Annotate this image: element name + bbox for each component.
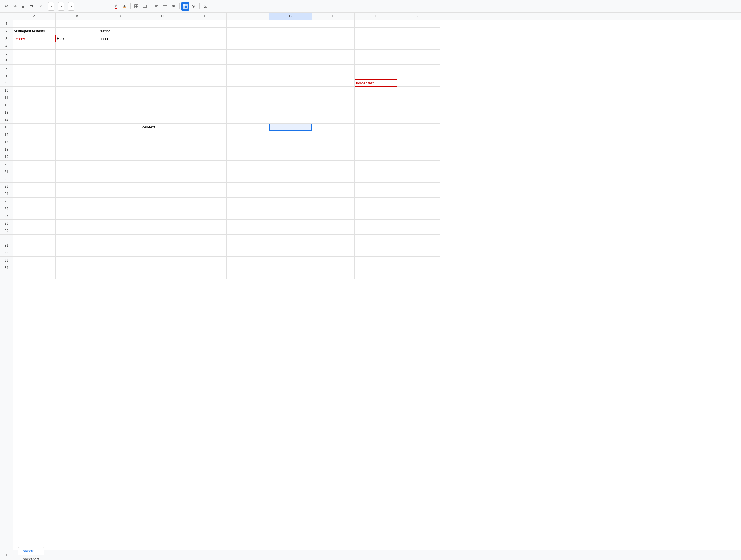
cell-11-E[interactable] [184, 94, 226, 101]
cell-15-D[interactable]: cell-text [141, 124, 184, 131]
cell-10-G[interactable] [269, 87, 312, 94]
cell-1-J[interactable] [397, 20, 440, 27]
row-num-14[interactable]: 14 [0, 116, 13, 124]
cell-20-E[interactable] [184, 161, 226, 168]
cell-6-E[interactable] [184, 57, 226, 65]
cell-31-B[interactable] [56, 242, 98, 249]
cell-35-F[interactable] [226, 271, 269, 279]
cell-5-F[interactable] [226, 50, 269, 57]
cell-14-I[interactable] [354, 116, 397, 124]
row-num-16[interactable]: 16 [0, 131, 13, 139]
cell-31-G[interactable] [269, 242, 312, 249]
sheet-tab-sheet2[interactable]: sheet2 [18, 547, 44, 555]
cell-21-C[interactable] [98, 168, 141, 175]
cell-1-B[interactable] [56, 20, 98, 27]
cell-4-I[interactable] [354, 43, 397, 50]
cell-33-D[interactable] [141, 257, 184, 264]
cell-13-A[interactable] [13, 109, 56, 116]
cell-6-D[interactable] [141, 57, 184, 65]
cell-22-H[interactable] [312, 175, 354, 183]
row-num-1[interactable]: 1 [0, 20, 13, 27]
bold-button[interactable] [78, 2, 86, 10]
cell-2-G[interactable] [269, 27, 312, 35]
cell-9-I[interactable]: border test [354, 79, 397, 87]
cell-20-H[interactable] [312, 161, 354, 168]
cell-5-C[interactable] [98, 50, 141, 57]
cell-3-E[interactable] [184, 35, 226, 43]
cell-15-I[interactable] [354, 124, 397, 131]
cell-19-F[interactable] [226, 153, 269, 161]
cell-3-G[interactable] [269, 35, 312, 43]
cell-30-I[interactable] [354, 235, 397, 242]
cell-20-I[interactable] [354, 161, 397, 168]
row-num-7[interactable]: 7 [0, 65, 13, 72]
cell-33-B[interactable] [56, 257, 98, 264]
cell-11-D[interactable] [141, 94, 184, 101]
cell-11-C[interactable] [98, 94, 141, 101]
cell-24-B[interactable] [56, 190, 98, 197]
cell-28-A[interactable] [13, 220, 56, 227]
cell-2-F[interactable] [226, 27, 269, 35]
cell-35-I[interactable] [354, 271, 397, 279]
row-num-29[interactable]: 29 [0, 227, 13, 235]
sum-button[interactable] [201, 2, 209, 10]
cell-32-E[interactable] [184, 249, 226, 257]
merge-button[interactable] [141, 2, 149, 10]
row-num-30[interactable]: 30 [0, 235, 13, 242]
cell-15-F[interactable] [226, 124, 269, 131]
cell-13-B[interactable] [56, 109, 98, 116]
cell-15-B[interactable] [56, 124, 98, 131]
cell-28-B[interactable] [56, 220, 98, 227]
cell-12-G[interactable] [269, 101, 312, 109]
col-header-J[interactable]: J [397, 12, 440, 20]
cell-21-B[interactable] [56, 168, 98, 175]
cell-19-C[interactable] [98, 153, 141, 161]
cell-8-G[interactable] [269, 72, 312, 79]
cell-30-B[interactable] [56, 235, 98, 242]
cell-12-F[interactable] [226, 101, 269, 109]
cell-26-I[interactable] [354, 205, 397, 212]
cell-31-A[interactable] [13, 242, 56, 249]
cell-28-D[interactable] [141, 220, 184, 227]
cell-33-H[interactable] [312, 257, 354, 264]
cell-21-E[interactable] [184, 168, 226, 175]
cell-24-H[interactable] [312, 190, 354, 197]
cell-19-G[interactable] [269, 153, 312, 161]
cell-27-I[interactable] [354, 212, 397, 220]
cell-4-E[interactable] [184, 43, 226, 50]
cell-10-E[interactable] [184, 87, 226, 94]
cell-18-C[interactable] [98, 146, 141, 153]
col-header-E[interactable]: E [184, 12, 226, 20]
size-dropdown[interactable]: ▾ [68, 2, 74, 10]
row-num-11[interactable]: 11 [0, 94, 13, 101]
cell-30-F[interactable] [226, 235, 269, 242]
cell-8-J[interactable] [397, 72, 440, 79]
font-color-button[interactable]: A [112, 2, 120, 10]
col-header-C[interactable]: C [98, 12, 141, 20]
cell-30-D[interactable] [141, 235, 184, 242]
cell-19-H[interactable] [312, 153, 354, 161]
cell-8-A[interactable] [13, 72, 56, 79]
cell-23-F[interactable] [226, 183, 269, 190]
cell-7-C[interactable] [98, 65, 141, 72]
cell-1-A[interactable] [13, 20, 56, 27]
cell-8-E[interactable] [184, 72, 226, 79]
cell-35-A[interactable] [13, 271, 56, 279]
font-dropdown[interactable]: ▾ [58, 2, 64, 10]
cell-23-H[interactable] [312, 183, 354, 190]
cell-8-C[interactable] [98, 72, 141, 79]
cell-21-I[interactable] [354, 168, 397, 175]
row-num-22[interactable]: 22 [0, 175, 13, 183]
cell-30-J[interactable] [397, 235, 440, 242]
filter-button[interactable] [190, 2, 198, 10]
cell-31-F[interactable] [226, 242, 269, 249]
cell-32-G[interactable] [269, 249, 312, 257]
valign-button[interactable] [161, 2, 169, 10]
cell-27-J[interactable] [397, 212, 440, 220]
cell-35-E[interactable] [184, 271, 226, 279]
cell-12-B[interactable] [56, 101, 98, 109]
cell-33-A[interactable] [13, 257, 56, 264]
cell-4-A[interactable] [13, 43, 56, 50]
cell-6-H[interactable] [312, 57, 354, 65]
cell-23-D[interactable] [141, 183, 184, 190]
